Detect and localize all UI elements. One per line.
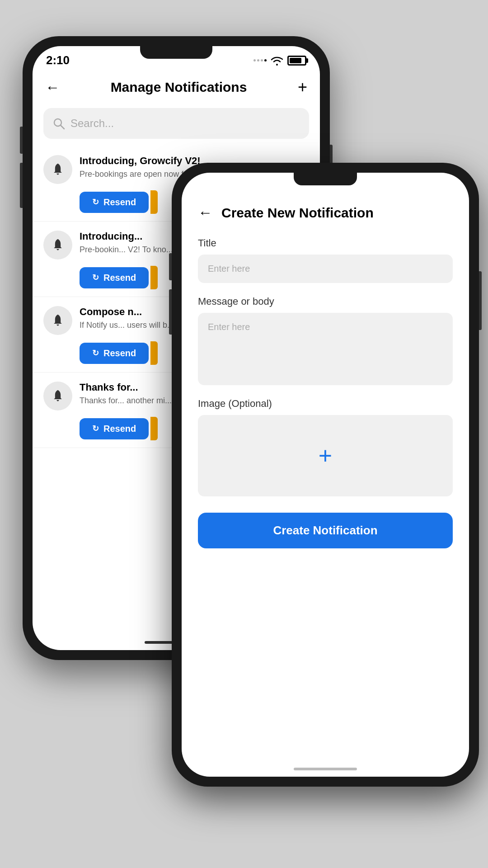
status-indicator: [150, 190, 158, 214]
back-button[interactable]: ←: [45, 79, 60, 96]
bell-avatar: [43, 231, 72, 259]
phone-front: ← Create New Notification Title Enter he…: [172, 163, 479, 787]
bell-avatar: [43, 382, 72, 410]
image-label: Image (Optional): [198, 398, 453, 410]
side-button-left2: [20, 163, 23, 208]
wifi-icon: [270, 56, 284, 66]
add-button[interactable]: +: [298, 78, 307, 97]
battery-icon: [287, 56, 306, 66]
create-notification-button[interactable]: Create Notification: [198, 513, 453, 548]
page-title: Manage Notifications: [111, 80, 247, 95]
app-header: ← Manage Notifications +: [33, 71, 320, 104]
status-indicator: [150, 417, 158, 440]
status-indicator: [150, 266, 158, 289]
phone-notch: [294, 173, 357, 185]
title-placeholder: Enter here: [208, 264, 250, 274]
search-box[interactable]: Search...: [43, 108, 309, 139]
home-indicator: [294, 768, 357, 770]
message-label: Message or body: [198, 296, 453, 307]
bell-icon: [51, 238, 65, 252]
resend-button[interactable]: ↻ Resend: [80, 343, 149, 364]
bell-icon: [51, 389, 65, 403]
resend-icon: ↻: [92, 197, 99, 207]
phone-notch: [140, 46, 212, 59]
bell-avatar: [43, 155, 72, 184]
bell-icon: [51, 163, 65, 176]
create-screen-title: Create New Notification: [221, 205, 374, 221]
signal-icon: [253, 59, 267, 61]
resend-icon: ↻: [92, 273, 99, 283]
message-input[interactable]: Enter here: [198, 313, 453, 385]
search-placeholder: Search...: [70, 117, 114, 130]
side-button-left: [169, 253, 172, 280]
resend-button[interactable]: ↻ Resend: [80, 418, 149, 439]
status-indicator: [150, 341, 158, 365]
image-upload-box[interactable]: +: [198, 415, 453, 496]
message-placeholder: Enter here: [208, 322, 250, 332]
search-container: Search...: [33, 104, 320, 146]
svg-line-1: [61, 125, 64, 129]
status-time: 2:10: [46, 53, 70, 67]
resend-icon: ↻: [92, 348, 99, 358]
search-icon: [52, 117, 65, 130]
bell-avatar: [43, 306, 72, 335]
resend-button[interactable]: ↻ Resend: [80, 267, 149, 288]
title-input[interactable]: Enter here: [198, 255, 453, 283]
resend-label: Resend: [103, 348, 136, 359]
resend-icon: ↻: [92, 424, 99, 434]
phone-front-screen: ← Create New Notification Title Enter he…: [182, 173, 469, 777]
create-notification-screen: ← Create New Notification Title Enter he…: [182, 173, 469, 777]
create-header: ← Create New Notification: [198, 204, 453, 221]
resend-label: Resend: [103, 273, 136, 283]
side-button-left2: [169, 289, 172, 335]
resend-label: Resend: [103, 197, 136, 208]
status-icons: [253, 56, 306, 66]
title-label: Title: [198, 237, 453, 249]
create-back-button[interactable]: ←: [198, 204, 212, 221]
bell-icon: [51, 314, 65, 327]
image-upload-plus-icon: +: [319, 444, 332, 467]
side-button-right: [479, 271, 482, 330]
resend-button[interactable]: ↻ Resend: [80, 192, 149, 213]
resend-label: Resend: [103, 424, 136, 434]
side-button-left: [20, 127, 23, 154]
